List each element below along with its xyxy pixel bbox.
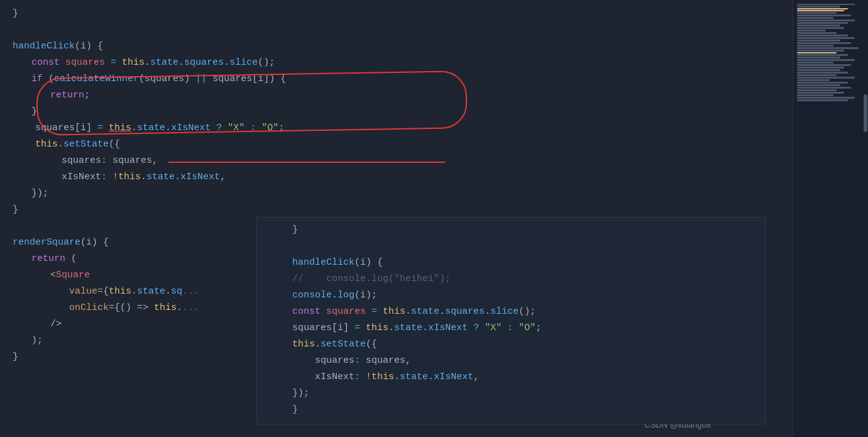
code-text	[13, 137, 35, 153]
code-op: :	[101, 153, 107, 169]
code-text: console	[270, 288, 332, 304]
code-text: squares	[50, 153, 101, 169]
main-container: } handleClick(i) { const squares = this.…	[0, 0, 868, 437]
code-fn: setState	[321, 337, 366, 353]
code-text: ,	[473, 370, 479, 385]
code-text: ;	[536, 321, 541, 336]
code-text	[360, 321, 366, 336]
code-attr: onClick	[69, 301, 109, 316]
code-text: .	[394, 370, 400, 385]
code-this: this	[35, 137, 58, 153]
code-line-close-setstate: });	[0, 186, 793, 202]
code-prop: xIsNext	[434, 370, 473, 385]
code-op: ?	[473, 321, 479, 336]
code-string: "X"	[485, 321, 502, 336]
code-line-if: if (calculateWinner(squares) || squares[…	[0, 72, 793, 88]
code-text: squares	[270, 353, 354, 369]
code-text: ({	[366, 337, 377, 353]
popup-line-const: const squares = this.state.squares.slice…	[257, 304, 765, 321]
code-text: <	[50, 268, 56, 284]
popup-line-close-setstate: });	[257, 386, 765, 402]
code-text: squares,	[107, 153, 158, 169]
code-line-squares-assign: squares[i] = this.state.xIsNext ? "X" : …	[0, 121, 793, 137]
popup-line-consolelog: console.log(i);	[257, 288, 765, 304]
code-text: ,	[220, 170, 226, 185]
scrollbar-thumb[interactable]	[864, 94, 867, 132]
code-text: )	[184, 72, 195, 87]
code-line-handleclick: handleClick(i) {	[0, 39, 793, 55]
code-attr: value	[69, 284, 97, 300]
code-line-empty	[0, 23, 793, 39]
code-prop: xIsNext	[171, 121, 211, 136]
code-text: (i) {	[80, 235, 109, 251]
code-this: this	[366, 321, 388, 336]
code-text	[256, 121, 261, 136]
code-op: :	[250, 121, 256, 136]
code-text: .	[58, 137, 63, 153]
code-text: squares[i]	[13, 121, 97, 136]
popup-line-empty	[257, 239, 765, 255]
code-text: );	[31, 333, 43, 349]
popup-line-xisnext: xIsNext: !this.state.xIsNext,	[257, 370, 765, 386]
code-text: .	[224, 55, 229, 71]
popup-line-squares-assign: squares[i] = this.state.xIsNext ? "X" : …	[257, 321, 765, 337]
code-this: this	[292, 337, 315, 353]
code-text: xIsNext	[270, 370, 354, 385]
code-text: (i);	[354, 288, 377, 304]
code-text: ({	[109, 137, 120, 153]
code-text: .	[131, 121, 137, 136]
code-op: :	[101, 170, 107, 185]
code-text: .	[141, 170, 146, 185]
code-text: .	[145, 55, 150, 71]
code-text	[103, 121, 109, 136]
code-text: renderSquare	[13, 235, 80, 251]
code-text: .	[179, 55, 184, 71]
code-text: (i) {	[354, 255, 383, 271]
code-text	[513, 321, 519, 336]
code-text: .	[439, 304, 445, 320]
scrollbar[interactable]	[863, 0, 868, 437]
code-text: (	[71, 252, 77, 267]
code-text: />	[50, 317, 62, 333]
code-fn: calculateWinner	[54, 72, 139, 87]
code-var: squares	[65, 55, 111, 71]
code-line-1: }	[0, 6, 793, 23]
code-line-setstate: this.setState({	[0, 137, 793, 153]
code-text: xIsNext	[50, 170, 101, 185]
code-op: :	[507, 321, 513, 336]
popup-line-comment: // console.log("heihei");	[257, 272, 765, 288]
popup-line-handleclick: handleClick(i) {	[257, 255, 765, 272]
code-text: .	[175, 170, 180, 185]
code-this: this	[109, 121, 131, 136]
popup-line-setstate: this.setState({	[257, 337, 765, 353]
code-keyword: return	[31, 252, 71, 267]
code-prop: state	[146, 170, 175, 185]
popup-line-brace: }	[257, 223, 765, 239]
code-text: !	[107, 170, 118, 185]
code-text: ;	[84, 88, 90, 104]
code-prop: state	[137, 284, 165, 300]
code-prop: state	[400, 370, 428, 385]
code-text	[479, 321, 485, 336]
code-text: }	[13, 350, 18, 365]
code-text: .	[422, 321, 428, 336]
code-text: !	[360, 370, 371, 385]
code-text	[222, 121, 228, 136]
code-text: squares	[145, 72, 184, 87]
code-text: log	[338, 288, 354, 304]
code-text	[270, 337, 292, 353]
code-line-xisnext-prop: xIsNext: !this.state.xIsNext,	[0, 170, 793, 186]
code-editor[interactable]: } handleClick(i) { const squares = this.…	[0, 0, 793, 437]
code-keyword: if	[31, 72, 48, 87]
code-op: ||	[195, 72, 207, 87]
code-line-return: return;	[0, 88, 793, 104]
code-op: =	[111, 55, 122, 71]
code-text: // console.log("heihei");	[270, 272, 451, 287]
code-fn: slice	[229, 55, 258, 71]
code-op: =	[354, 321, 360, 336]
code-text: ...	[182, 284, 199, 300]
code-text: .	[388, 321, 394, 336]
code-line-close-if: }	[0, 104, 793, 121]
code-text	[468, 321, 473, 336]
code-text: .	[485, 304, 490, 320]
